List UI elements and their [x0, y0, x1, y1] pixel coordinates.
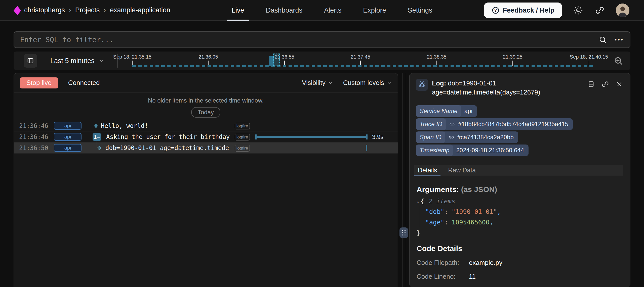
link-icon [448, 134, 454, 140]
log-row[interactable]: 21:36:46 api Hello, world! logfire [14, 120, 398, 131]
feedback-help-label: Feedback / Help [503, 7, 554, 14]
user-avatar[interactable] [616, 4, 629, 17]
main-tabs: Live Dashboards Alerts Explore Settings [230, 0, 434, 21]
attribute-pills: Service Name api Trace ID #18b84cb4847b5… [416, 105, 573, 156]
logfire-tag: logfire [235, 134, 250, 140]
copy-link-icon[interactable] [601, 80, 610, 88]
indent-guide-line [419, 206, 419, 227]
nav-right-controls: ? Feedback / Help [484, 0, 629, 21]
search-icon[interactable] [598, 35, 607, 44]
timeline-tick-mark [589, 61, 589, 66]
logfire-logo-icon[interactable] [14, 6, 21, 15]
stop-live-button[interactable]: Stop live [20, 77, 58, 88]
empty-state-message: No older items in the selected time wind… [148, 97, 264, 104]
timeline-tick-label: Sep 18, 21:40:15 [570, 54, 608, 60]
logfire-live-page: christophergs › Projects › example-appli… [0, 0, 644, 287]
timeline-tick-label: 21:37:45 [351, 54, 370, 60]
tab-dashboards[interactable]: Dashboards [264, 0, 304, 21]
detail-title-kind: Log: [432, 79, 446, 87]
tab-explore[interactable]: Explore [361, 0, 388, 21]
timeline-tick-mark [436, 61, 437, 66]
feedback-help-button[interactable]: ? Feedback / Help [484, 3, 562, 18]
breadcrumb-projects[interactable]: Projects [75, 6, 100, 14]
detail-header: Log: dob=1990-01-01 age=datetime.timedel… [410, 73, 630, 97]
detail-title-text: dob=1990-01-01 age=datetime.timedelta(da… [432, 79, 540, 96]
json-key: "age" [425, 219, 444, 226]
json-comma: , [490, 219, 493, 226]
panel-resize-handle[interactable] [399, 227, 408, 238]
pill-value: #ca741384ca2a20bb [457, 134, 514, 141]
breadcrumb-org[interactable]: christophergs [24, 6, 65, 14]
theme-toggle-icon[interactable] [573, 5, 584, 16]
sql-filter-bar: ••• [14, 31, 630, 48]
code-details-section: Code Details Code Filepath: example.py C… [417, 244, 502, 280]
timeline-tick-mark [512, 61, 513, 66]
share-link-icon[interactable] [594, 5, 605, 16]
timeline-activity-dashes [132, 65, 595, 67]
json-key: "dob" [425, 208, 444, 215]
tab-alerts[interactable]: Alerts [323, 0, 343, 21]
tab-live[interactable]: Live [230, 0, 246, 21]
time-range-bar: Last 5 minutes Sep 18, 21:35:15 21:36:05… [14, 52, 630, 70]
service-badge: api [54, 133, 82, 141]
visibility-label: Visibility [302, 79, 325, 87]
collapse-children-badge[interactable]: 1– [93, 133, 101, 141]
pill-label: Timestamp [416, 145, 453, 156]
pill-value: #18b84cb4847b5d574c4ad9121935a415 [458, 121, 568, 128]
empty-state: No older items in the selected time wind… [14, 92, 398, 120]
log-row[interactable]: 21:36:46 api 1– Asking the user for thei… [14, 131, 398, 142]
timeline-selection-window[interactable] [273, 54, 280, 66]
log-row-selected[interactable]: 21:36:50 api dob=1990-01-01 age=datetime… [14, 142, 398, 154]
code-lineno-label: Code Lineno: [417, 273, 469, 280]
json-root-line[interactable]: ⌄{2 items [417, 196, 501, 207]
sidebar-toggle-icon[interactable] [24, 54, 37, 68]
span-duration-bar [255, 136, 368, 138]
code-details-heading: Code Details [417, 244, 502, 253]
json-entry: "age":1095465600, [417, 217, 501, 228]
timeline-tick-label: 21:36:05 [198, 54, 218, 60]
chevron-down-icon [387, 80, 392, 85]
json-colon: : [444, 219, 448, 226]
custom-levels-label: Custom levels [343, 79, 384, 87]
visibility-dropdown[interactable]: Visibility [302, 79, 333, 87]
span-id-pill[interactable]: Span ID #ca741384ca2a20bb [416, 131, 518, 143]
code-filepath-value: example.py [469, 259, 502, 267]
live-log-panel: Stop live Connected Visibility Custom le… [14, 73, 398, 287]
log-timestamp: 21:36:50 [19, 145, 48, 152]
breadcrumb-project-name[interactable]: example-application [110, 6, 170, 14]
tab-settings[interactable]: Settings [406, 0, 434, 21]
log-message: Hello, world! [101, 122, 148, 129]
split-view-icon[interactable] [587, 80, 595, 88]
span-duration-label: 3.9s [372, 133, 383, 140]
chevron-down-icon [328, 80, 333, 85]
json-close-line: } [417, 228, 501, 238]
collapse-caret-icon[interactable]: ⌄ [417, 198, 419, 204]
sql-filter-input[interactable] [20, 36, 598, 44]
today-button[interactable]: Today [191, 107, 220, 118]
connection-status: Connected [68, 79, 100, 87]
log-timestamp: 21:36:46 [19, 122, 48, 129]
zoom-in-icon[interactable] [613, 56, 623, 66]
timeline-tick-mark [132, 61, 133, 66]
arguments-heading: Arguments: (as JSON) [417, 185, 497, 194]
json-comma: , [497, 208, 501, 215]
timeline-tick-mark [284, 61, 285, 66]
log-time-marker [366, 145, 367, 151]
time-range-dropdown[interactable]: Last 5 minutes [50, 52, 104, 70]
trace-id-pill[interactable]: Trace ID #18b84cb4847b5d574c4ad9121935a4… [416, 118, 573, 130]
live-panel-header: Stop live Connected Visibility Custom le… [14, 73, 398, 92]
pill-value: 2024-09-18 21:36:50.644 [456, 147, 524, 154]
time-range-label: Last 5 minutes [50, 57, 95, 65]
tab-raw-data[interactable]: Raw Data [448, 165, 476, 176]
log-message: dob=1990-01-01 age=datetime.timede [105, 145, 229, 152]
divider [406, 73, 406, 287]
close-icon[interactable] [615, 80, 624, 88]
log-diamond-icon [94, 124, 98, 128]
tab-details[interactable]: Details [418, 165, 437, 176]
detail-tabs: Details Raw Data [414, 165, 623, 176]
code-lineno-row: Code Lineno: 11 [417, 273, 502, 280]
more-options-icon[interactable]: ••• [615, 36, 624, 43]
service-badge: api [54, 122, 82, 130]
custom-levels-dropdown[interactable]: Custom levels [343, 79, 392, 87]
breadcrumb-separator: › [104, 6, 106, 14]
